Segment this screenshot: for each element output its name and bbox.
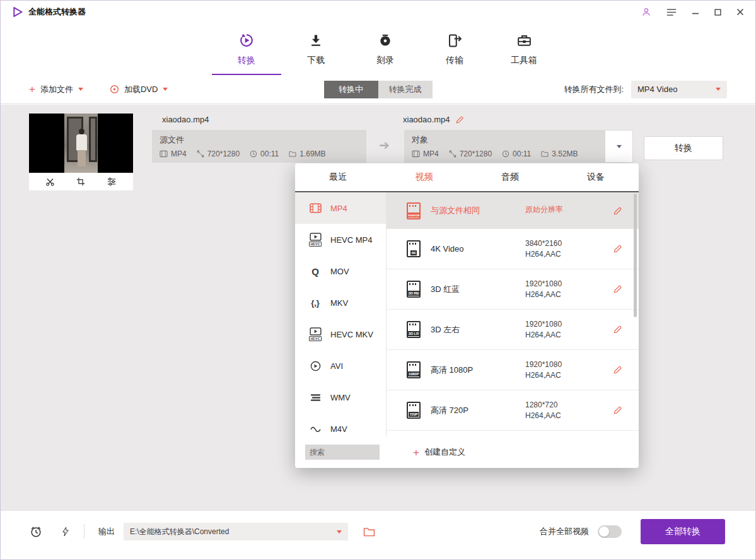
wmv-icon — [308, 393, 323, 402]
scrollbar-thumb[interactable] — [634, 194, 637, 317]
popup-tab-audio[interactable]: 音频 — [467, 163, 553, 191]
mkv-icon: {,} — [308, 299, 323, 307]
source-format: MP4 — [160, 149, 187, 158]
crop-icon[interactable] — [76, 177, 85, 186]
popup-tab-recent[interactable]: 最近 — [295, 163, 381, 191]
format-item-m4v[interactable]: M4V — [295, 413, 386, 436]
titlebar: 全能格式转换器 — [1, 1, 755, 23]
edit-preset-icon[interactable] — [613, 244, 622, 254]
output-path-dropdown[interactable]: E:\全能格式转换器\Converted — [124, 523, 348, 540]
popup-footer: + 创建自定义 — [295, 436, 639, 468]
status-tabs: 转换中 转换完成 — [324, 81, 433, 98]
hevc-mp4-icon: HEVC — [308, 233, 323, 247]
app-logo-icon — [12, 6, 23, 18]
output-format-dropdown[interactable]: MP4 Video — [631, 81, 727, 98]
tab-download[interactable]: 下载 — [281, 23, 351, 75]
clock-icon — [502, 150, 509, 158]
merge-videos-toggle[interactable] — [598, 525, 622, 538]
preset-row-3d-leftright[interactable]: 3D LR 3D 左右 1920*1080 H264,AAC — [387, 310, 639, 350]
preset-icon: 1080P — [407, 361, 421, 378]
close-button[interactable] — [736, 8, 744, 16]
tab-toolbox[interactable]: 工具箱 — [489, 23, 559, 75]
source-size: 1.69MB — [289, 149, 325, 158]
convert-button[interactable]: 转换 — [644, 136, 723, 160]
source-preset-icon: source — [407, 202, 421, 219]
format-item-avi[interactable]: AVI — [295, 350, 386, 382]
tab-convert-label: 转换 — [238, 55, 255, 66]
convert-icon — [238, 32, 255, 49]
format-item-hevc-mp4[interactable]: HEVC HEVC MP4 — [295, 224, 386, 255]
edit-preset-icon[interactable] — [613, 405, 622, 415]
source-resolution: 720*1280 — [197, 149, 240, 158]
trim-icon[interactable] — [45, 177, 55, 187]
preset-row-4k[interactable]: 4K 4K Video 3840*2160 H264,AAC — [387, 229, 639, 269]
output-format-value: MP4 Video — [637, 85, 677, 94]
thumbnail-image — [29, 114, 133, 173]
tab-converted[interactable]: 转换完成 — [378, 81, 433, 98]
format-icon — [412, 150, 420, 158]
tab-burn[interactable]: 刻录 — [351, 23, 420, 75]
minimize-button[interactable] — [692, 8, 699, 16]
open-output-folder-icon[interactable] — [363, 527, 375, 537]
target-label: 对象 — [412, 134, 597, 146]
target-file-name: xiaodao.mp4 — [403, 115, 450, 124]
rename-icon[interactable] — [455, 115, 464, 124]
tab-transfer[interactable]: 传输 — [420, 23, 489, 75]
edit-preset-icon[interactable] — [613, 206, 622, 216]
output-label: 输出 — [98, 526, 115, 537]
format-item-wmv[interactable]: WMV — [295, 382, 386, 413]
target-format-dropdown-button[interactable] — [605, 130, 633, 163]
add-files-button[interactable]: + 添加文件 — [29, 84, 83, 95]
edit-preset-icon[interactable] — [613, 325, 622, 334]
maximize-button[interactable] — [714, 9, 721, 16]
tab-burn-label: 刻录 — [376, 55, 394, 66]
popup-tab-device[interactable]: 设备 — [553, 163, 639, 191]
dvd-icon — [110, 85, 119, 94]
target-name-row: xiaodao.mp4 — [403, 115, 464, 124]
popup-body: MP4 HEVC HEVC MP4 Q MOV {,} — [295, 192, 639, 436]
search-input[interactable] — [305, 445, 380, 460]
footer-bar: 输出 E:\全能格式转换器\Converted 合并全部视频 全部转换 — [1, 510, 755, 559]
tab-converting[interactable]: 转换中 — [324, 81, 378, 98]
format-item-mov[interactable]: Q MOV — [295, 255, 386, 287]
tab-transfer-label: 传输 — [446, 55, 463, 66]
source-info-row: MP4 720*1280 00:11 1.69MB — [160, 149, 359, 158]
format-item-mp4[interactable]: MP4 — [295, 192, 386, 224]
source-label: 源文件 — [160, 134, 359, 146]
thumbnail-art — [79, 129, 84, 134]
chevron-down-icon — [716, 88, 721, 91]
video-thumbnail[interactable] — [29, 114, 133, 190]
preset-row-3d-redblue[interactable]: 3D RB 3D 红蓝 1920*1080 H264,AAC — [387, 269, 639, 310]
preset-row-1080p[interactable]: 1080P 高清 1080P 1920*1080 H264,AAC — [387, 350, 639, 390]
folder-icon — [541, 151, 549, 157]
preset-row-same-as-source[interactable]: source 与源文件相同 原始分辨率 — [387, 192, 639, 229]
format-sidebar: MP4 HEVC HEVC MP4 Q MOV {,} — [295, 192, 387, 436]
resolution-icon — [449, 150, 457, 158]
preset-icon: 4K — [407, 240, 421, 257]
preset-row-720p[interactable]: 720P 高清 720P 1280*720 H264,AAC — [387, 390, 639, 431]
menu-icon[interactable] — [666, 8, 677, 16]
load-dvd-button[interactable]: 加载DVD — [110, 84, 168, 95]
account-icon[interactable] — [641, 7, 651, 17]
format-item-mkv[interactable]: {,} MKV — [295, 287, 386, 318]
edit-preset-icon[interactable] — [613, 365, 622, 375]
tab-convert[interactable]: 转换 — [212, 23, 281, 75]
window-controls — [641, 7, 744, 17]
footer-row: 输出 E:\全能格式转换器\Converted 合并全部视频 全部转换 — [1, 515, 755, 549]
mov-quicktime-icon: Q — [308, 267, 323, 276]
convert-all-button[interactable]: 全部转换 — [641, 519, 725, 544]
convert-all-to: 转换所有文件到: MP4 Video — [564, 81, 727, 98]
target-duration: 00:11 — [502, 149, 531, 158]
main-nav: 转换 下载 刻录 传输 — [1, 23, 755, 75]
format-item-hevc-mkv[interactable]: HEVC HEVC MKV — [295, 318, 386, 350]
tab-toolbox-label: 工具箱 — [511, 55, 537, 66]
popup-tab-video[interactable]: 视频 — [381, 163, 467, 191]
edit-preset-icon[interactable] — [613, 284, 622, 294]
preset-icon: 3D LR — [407, 321, 421, 338]
schedule-clock-icon[interactable] — [30, 525, 42, 538]
effects-icon[interactable] — [107, 177, 117, 187]
toolbox-icon — [516, 32, 532, 49]
create-custom-button[interactable]: + 创建自定义 — [413, 446, 465, 458]
thumbnail-scene — [64, 114, 98, 173]
high-speed-bolt-icon[interactable] — [61, 525, 70, 538]
